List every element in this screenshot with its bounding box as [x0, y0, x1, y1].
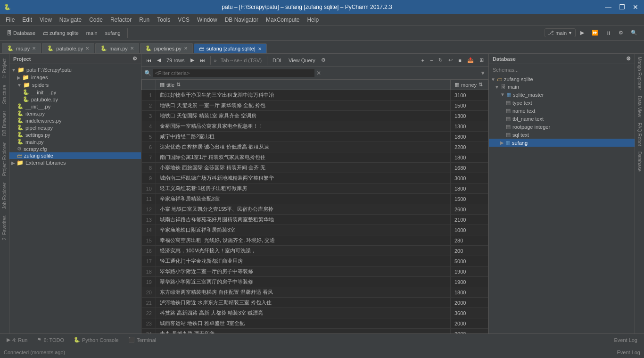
- stop-button[interactable]: ⏸: [603, 29, 614, 37]
- table-row[interactable]: 3地铁口 天玺国际 精装1室 家具齐全 空调房1300: [142, 111, 488, 121]
- table-row[interactable]: 14辛家庙地铁口附近祥和居简装3室1000: [142, 225, 488, 235]
- table-row[interactable]: 23城西客运站 地铁口 雅卓盛世 3室全配2000: [142, 318, 488, 329]
- table-row[interactable]: 16经济实惠，100M光纤接入！室内可洗澡，200: [142, 246, 488, 256]
- db-col-name[interactable]: ▤ name text: [489, 107, 635, 115]
- table-row[interactable]: 5咸宁中路经二路2室出租1800: [142, 132, 488, 142]
- table-row[interactable]: 19翠华路小学附近三室两厅的房子中等装修1900: [142, 277, 488, 287]
- nav-prev-button[interactable]: ◀: [155, 57, 163, 64]
- tab-0[interactable]: 🐍ms.py✕: [2, 43, 41, 53]
- menu-item-view[interactable]: View: [36, 16, 56, 24]
- branch-selector[interactable]: ⎇ main ▼: [545, 28, 576, 37]
- menu-item-tools[interactable]: Tools: [153, 16, 174, 24]
- tab-close-button[interactable]: ✕: [130, 46, 134, 51]
- db-tree-main[interactable]: ▼ 🗄 main: [489, 83, 635, 91]
- refresh-button[interactable]: ↻: [437, 57, 445, 64]
- sidebar-item-database[interactable]: Database: [636, 149, 643, 175]
- tree-item-patubole[interactable]: 🐍 patubole.py: [9, 96, 141, 103]
- bottom-tab-terminal[interactable]: ⬛ Terminal: [124, 335, 161, 344]
- sufang-toolbar-item[interactable]: sufang: [102, 29, 124, 37]
- col-title-header[interactable]: ▦ title ⇅: [156, 80, 451, 90]
- view-query-button[interactable]: View Query: [287, 57, 317, 64]
- expand-button[interactable]: ⊞: [478, 57, 486, 64]
- export-button[interactable]: 📤: [465, 57, 476, 64]
- nav-last-button[interactable]: ⏭: [198, 57, 207, 64]
- tab-2[interactable]: 🐍main.py✕: [95, 43, 139, 53]
- table-row[interactable]: 2地铁口 天玺龙景 一室一厅 豪华装修 全配 拎包1500: [142, 100, 488, 111]
- sidebar-item-favorites[interactable]: 2: Favorites: [1, 213, 8, 243]
- nav-next-button[interactable]: ▶: [189, 57, 196, 64]
- tree-item-main[interactable]: 🐍 main.py: [9, 138, 141, 145]
- sort-icon2[interactable]: ⇅: [479, 82, 483, 88]
- sidebar-item-faq-robot[interactable]: FAQ Robot: [636, 120, 643, 149]
- menu-item-edit[interactable]: Edit: [18, 16, 36, 24]
- search-button[interactable]: 🔍: [628, 29, 640, 37]
- table-row[interactable]: 6达宏优选 白桦林居 诚心出租 价低质高 欲租从速2200: [142, 142, 488, 152]
- tree-item-pipelines[interactable]: 🐍 pipelines.py: [9, 124, 141, 131]
- filter-clear-button[interactable]: ✕: [314, 70, 323, 76]
- tree-item-items[interactable]: 🐍 items.py: [9, 110, 141, 117]
- tree-item-scrapy-cfg[interactable]: ⚙ scrapy.cfg: [9, 145, 141, 152]
- settings-button[interactable]: ⚙: [616, 29, 626, 37]
- table-row[interactable]: 22科技路 高新四路 高新 大都荟 精装3室 贼漂亮3600: [142, 308, 488, 318]
- sidebar-item-project-explorer[interactable]: 1: Project: [1, 56, 8, 81]
- table-row[interactable]: 4金桥国际一室精品公寓家具家电全配急租！！1300: [142, 121, 488, 132]
- db-tree-zufang-sqlite[interactable]: ▼ 🗃 zufang sqlite: [489, 75, 635, 83]
- db-col-type[interactable]: ▤ type text: [489, 99, 635, 107]
- table-row[interactable]: 8小寨地铁 西旅国际 金莎国际 精装开间 全齐 无1680: [142, 163, 488, 173]
- sidebar-item-project-explorer2[interactable]: Project Explorer: [1, 140, 8, 179]
- schemas-label[interactable]: Schemas...: [489, 64, 635, 75]
- sidebar-item-job-explorer[interactable]: Job Explorer: [1, 180, 8, 212]
- table-row[interactable]: 1曲江好物业干净卫生的三室出租龙湖中海万科中冶3100: [142, 90, 488, 100]
- tree-item-spiders[interactable]: ▼ 📁 spiders: [9, 81, 141, 89]
- menu-item-vcs[interactable]: VCS: [174, 16, 193, 24]
- tab-close-button[interactable]: ✕: [32, 46, 36, 51]
- tree-item-patu[interactable]: ▼ 📁 patu F:\Scrapy\patu: [9, 66, 141, 74]
- menu-item-refactor[interactable]: Refactor: [107, 16, 135, 24]
- sidebar-item-mongo-explorer[interactable]: Mongo Explorer: [636, 54, 643, 93]
- table-row[interactable]: 18翠华路小学附近二室一厅的房子中等装修1900: [142, 266, 488, 277]
- menu-item-maxcompute[interactable]: MaxCompute: [262, 16, 303, 24]
- filter-options-icon[interactable]: ▼: [480, 70, 486, 76]
- menu-item-help[interactable]: Help: [303, 16, 322, 24]
- sidebar-item-structure[interactable]: Structure: [1, 82, 8, 107]
- table-row[interactable]: 11辛家庙祥和居精装全配3室1500: [142, 194, 488, 204]
- menu-item-run[interactable]: Run: [135, 16, 153, 24]
- tree-item-init[interactable]: 🐍 __init__.py: [9, 103, 141, 110]
- bottom-tab-event-log[interactable]: Event Log: [609, 336, 642, 344]
- table-row[interactable]: 24未央-凤城九路 西安印象2000: [142, 329, 488, 334]
- stop-db-button[interactable]: ■: [456, 57, 463, 64]
- tab-close-button[interactable]: ✕: [85, 46, 89, 51]
- db-panel-icons[interactable]: ⚙: [626, 56, 631, 62]
- tree-item-settings[interactable]: 🐍 settings.py: [9, 131, 141, 138]
- ddl-button[interactable]: DDL: [271, 57, 285, 64]
- menu-item-window[interactable]: Window: [193, 16, 221, 24]
- table-row[interactable]: 7南门国际公寓1室1厅 精装双气家具家电拎包住1800: [142, 152, 488, 163]
- nav-first-button[interactable]: ⏮: [144, 57, 153, 64]
- table-row[interactable]: 15幸福公寓空房出租, 光线好, 设施齐全, 环境好, 交通280: [142, 235, 488, 246]
- tab-close-button[interactable]: ✕: [184, 46, 188, 51]
- project-header-icon[interactable]: ⚙: [132, 56, 137, 62]
- db-col-tbl-name[interactable]: ▤ tbl_name text: [489, 115, 635, 123]
- zufang-sqlite-toolbar-item[interactable]: 🗃 zufang sqlite: [40, 29, 82, 37]
- menu-item-db navigator[interactable]: DB Navigator: [221, 16, 262, 24]
- revert-button[interactable]: ↩: [446, 57, 454, 64]
- sidebar-item-db-browser[interactable]: DB Browser: [1, 108, 8, 139]
- tab-4[interactable]: 🗃sufang [zufang sqlite]✕: [194, 43, 267, 53]
- bottom-tab-todo[interactable]: ⚑ 6: TODO: [32, 335, 69, 344]
- table-row[interactable]: 20东方绿洲两室精装电梯房 自住配置 温馨舒适 看风1800: [142, 287, 488, 298]
- settings-db-button[interactable]: ⚙: [319, 57, 328, 64]
- table-row[interactable]: 21泸河地铁口附近 水岸东方三期精装三室 拎包入住2000: [142, 298, 488, 308]
- close-button[interactable]: ✕: [631, 3, 640, 11]
- sort-icon[interactable]: ⇅: [176, 82, 181, 88]
- col-money-header[interactable]: ▦ money ⇅: [451, 80, 488, 90]
- minimize-button[interactable]: —: [603, 3, 613, 11]
- table-row[interactable]: 10轻工义乌红花巷:1楼房子出租可做库房1800: [142, 183, 488, 194]
- db-col-rootpage[interactable]: ▤ rootpage integer: [489, 123, 635, 131]
- table-row[interactable]: 9城南南二环凯德广场万科新地城精装两室整租繁华3000: [142, 173, 488, 183]
- update-button[interactable]: ⏩: [589, 29, 601, 37]
- menu-item-code[interactable]: Code: [85, 16, 107, 24]
- bottom-tab-python-console[interactable]: 🐍 Python Console: [69, 335, 124, 344]
- tree-item-middlewares[interactable]: 🐍 middlewares.py: [9, 117, 141, 124]
- table-area[interactable]: ▦ title ⇅ ▦ money ⇅: [141, 79, 488, 333]
- tree-item-images[interactable]: ▶ 📁 images: [9, 74, 141, 81]
